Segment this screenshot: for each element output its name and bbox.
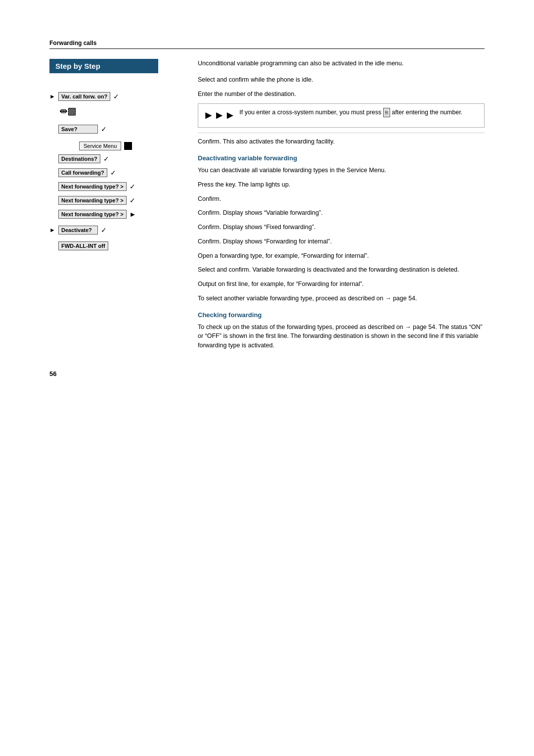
desc-confirm-fixed-text: Confirm. Display shows “Fixed forwarding…	[198, 224, 315, 231]
intro-text: Unconditional variable programming can a…	[198, 59, 485, 68]
right-column: Unconditional variable programming can a…	[188, 59, 485, 355]
desc-open-forwarding: Open a forwarding type, for example, “Fo…	[198, 251, 485, 261]
checking-title: Checking forwarding	[198, 311, 485, 319]
next-fwd-1-checkmark: ✓	[130, 183, 135, 190]
desc-confirm-save-text: Confirm. This also activates the forward…	[198, 138, 335, 145]
var-call-forw-button: Var. call forw. on?	[58, 92, 110, 101]
content-wrapper: Step by Step ► Var. call forw. on? ✓ ⇼▩ …	[49, 59, 485, 355]
note-text: If you enter a cross-system number, you …	[239, 108, 462, 117]
keypad-row: ⇼▩	[49, 105, 188, 117]
desc-confirm-internal-text: Confirm. Display shows “Forwarding for i…	[198, 238, 332, 245]
desc-confirm-internal: Confirm. Display shows “Forwarding for i…	[198, 237, 485, 246]
var-call-forw-row: ► Var. call forw. on? ✓	[49, 91, 188, 102]
next-fwd-1-button: Next forwarding type? >	[58, 182, 127, 191]
next-fwd-2-button: Next forwarding type? >	[58, 196, 127, 205]
fwd-all-int-row: ► FWD-ALL-INT off	[49, 240, 188, 251]
call-forwarding-checkmark: ✓	[110, 169, 116, 177]
deactivate-row: ► Deactivate? ✓	[49, 225, 188, 236]
desc-confirm-save: Confirm. This also activates the forward…	[198, 137, 485, 146]
deactivating-title: Deactivating variable forwarding	[198, 154, 485, 162]
service-menu-label: Service Menu	[79, 142, 121, 150]
desc-deactivate-intro: You can deactivate all variable forwardi…	[198, 166, 485, 175]
phone-icon: ⎘	[383, 108, 390, 117]
checkmark-icon: ✓	[113, 93, 119, 100]
next-fwd-2-row: ► Next forwarding type? > ✓	[49, 195, 188, 206]
desc-enter-number-text: Enter the number of the destination.	[198, 91, 296, 97]
save-row: ► Save? ✓	[49, 124, 188, 135]
desc-select-confirm-deactivate: Select and confirm. Variable forwarding …	[198, 265, 485, 275]
step-by-step-header: Step by Step	[49, 59, 158, 73]
desc-confirm-1: Confirm.	[198, 194, 485, 204]
desc-output: Output on first line, for example, for “…	[198, 280, 485, 289]
divider-line	[198, 133, 485, 133]
save-checkmark-icon: ✓	[101, 125, 107, 133]
desc-select-another: To select another variable forwarding ty…	[198, 294, 485, 303]
next-fwd-1-row: ► Next forwarding type? > ✓	[49, 181, 188, 192]
deactivate-checkmark: ✓	[101, 226, 107, 234]
left-column: Step by Step ► Var. call forw. on? ✓ ⇼▩ …	[49, 59, 188, 355]
save-button: Save?	[58, 125, 98, 134]
next-fwd-3-arrow: ►	[130, 210, 136, 218]
page-number: 56	[49, 370, 485, 378]
keypad-icon: ⇼▩	[59, 105, 76, 117]
desc-press-key: Press the key. The lamp lights up.	[198, 180, 485, 189]
fwd-all-int-display: FWD-ALL-INT off	[58, 241, 108, 250]
desc-checking-text: To check up on the status of the forward…	[198, 324, 483, 349]
desc-checking: To check up on the status of the forward…	[198, 323, 485, 350]
intro-text-span: Unconditional variable programming can a…	[198, 60, 403, 67]
desc-output-text: Output on first line, for example, for “…	[198, 281, 364, 287]
desc-confirm-variable-text: Confirm. Display shows “Variable forward…	[198, 209, 323, 216]
desc-confirm-1-text: Confirm.	[198, 195, 221, 202]
next-fwd-3-row: ► Next forwarding type? > ►	[49, 209, 188, 220]
next-fwd-3-button: Next forwarding type? >	[58, 210, 127, 219]
desc-deactivate-intro-text: You can deactivate all variable forwardi…	[198, 167, 386, 174]
service-menu-black-square	[124, 142, 132, 150]
arrow-right-icon: ►	[49, 93, 56, 100]
page: Forwarding calls Step by Step ► Var. cal…	[0, 0, 534, 756]
desc-select-confirm: Select and confirm while the phone is id…	[198, 75, 485, 85]
desc-press-key-text: Press the key. The lamp lights up.	[198, 181, 290, 188]
note-arrow-icon: ►►►	[203, 107, 235, 123]
deactivate-button: Deactivate?	[58, 226, 98, 235]
next-fwd-2-checkmark: ✓	[130, 196, 135, 204]
note-box: ►►► If you enter a cross-system number, …	[198, 103, 485, 128]
desc-open-forwarding-text: Open a forwarding type, for example, “Fo…	[198, 252, 369, 259]
desc-enter-number: Enter the number of the destination.	[198, 90, 485, 99]
call-forwarding-row: ► Call forwarding? ✓	[49, 167, 188, 178]
call-forwarding-button: Call forwarding?	[58, 168, 107, 177]
desc-select-confirm-text: Select and confirm while the phone is id…	[198, 76, 313, 83]
destinations-checkmark: ✓	[103, 155, 109, 163]
section-header: Forwarding calls	[49, 40, 485, 49]
destinations-button: Destinations?	[58, 154, 100, 163]
desc-confirm-fixed: Confirm. Display shows “Fixed forwarding…	[198, 223, 485, 232]
desc-confirm-variable: Confirm. Display shows “Variable forward…	[198, 208, 485, 218]
deactivate-arrow-icon: ►	[49, 227, 56, 234]
desc-select-another-text: To select another variable forwarding ty…	[198, 295, 417, 302]
destinations-row: ► Destinations? ✓	[49, 153, 188, 164]
service-menu-row: Service Menu	[49, 142, 188, 150]
desc-select-confirm-deactivate-text: Select and confirm. Variable forwarding …	[198, 266, 459, 273]
